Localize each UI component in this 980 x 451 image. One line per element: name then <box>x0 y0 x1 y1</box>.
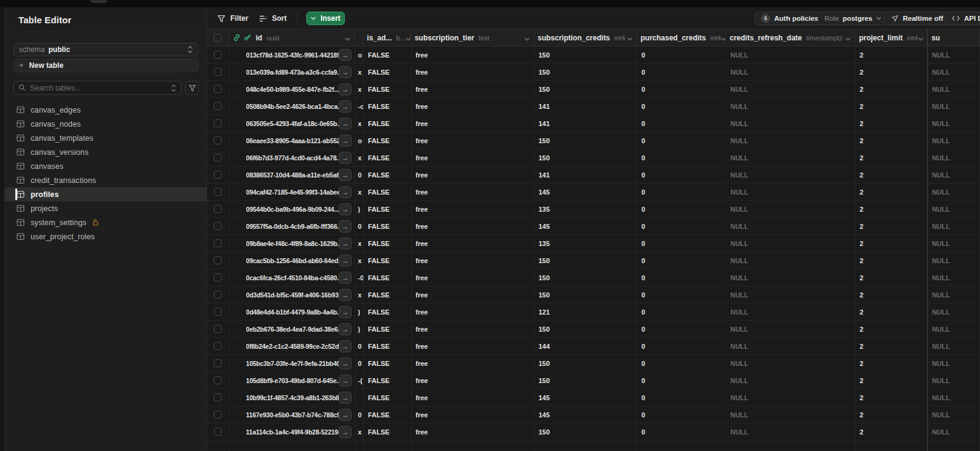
cell-is_admin[interactable]: FALSE <box>364 201 412 217</box>
cell-su[interactable]: NULL <box>928 166 980 183</box>
search-tables-input[interactable]: Search tables... <box>13 81 181 95</box>
cell-refresh[interactable]: NULL <box>726 184 855 200</box>
cell-limit[interactable]: 2 <box>856 64 928 80</box>
expand-row-button[interactable]: → <box>339 409 352 421</box>
cell-purchased[interactable]: 0 <box>637 372 726 389</box>
row-checkbox[interactable] <box>214 256 222 264</box>
cell-purchased[interactable]: 0 <box>637 218 726 234</box>
row-checkbox[interactable] <box>214 205 222 213</box>
cell-clip[interactable] <box>355 441 363 451</box>
cell-credits[interactable]: 150 <box>534 132 637 149</box>
cell-limit[interactable]: 2 <box>856 47 928 63</box>
cell-id[interactable]: 06eaee33-8905-4aaa-b121-ab552...→ <box>230 132 356 149</box>
tables-filter-button[interactable] <box>185 81 199 95</box>
column-header-tier[interactable]: subscription_tiertext <box>411 29 534 46</box>
cell-credits[interactable]: 150 <box>534 286 637 303</box>
cell-is_admin[interactable]: FALSE <box>364 372 412 389</box>
cell-purchased[interactable]: 0 <box>637 269 726 286</box>
expand-row-button[interactable]: → <box>339 100 352 113</box>
row-checkbox[interactable] <box>214 308 222 316</box>
cell-clip[interactable]: x <box>355 286 363 303</box>
cell-clip[interactable]: x <box>355 149 363 166</box>
cell-tier[interactable]: free <box>412 338 535 354</box>
row-checkbox[interactable] <box>214 411 222 419</box>
cell-purchased[interactable]: 0 <box>637 252 726 269</box>
expand-row-button[interactable]: → <box>339 289 352 301</box>
cell-tier[interactable]: free <box>412 132 535 149</box>
cell-credits[interactable]: 150 <box>534 372 637 389</box>
cell-id[interactable]: 105bc3b7-03fe-4e7f-9efa-21bb40...→ <box>230 355 356 371</box>
cell-refresh[interactable]: NULL <box>726 406 855 423</box>
expand-row-button[interactable]: → <box>339 272 352 284</box>
cell-limit[interactable]: 2 <box>856 423 928 440</box>
cell-su[interactable]: NULL <box>928 338 980 354</box>
cell-limit[interactable]: 2 <box>856 338 928 354</box>
cell-tier[interactable]: free <box>412 355 535 371</box>
cell-purchased[interactable]: 0 <box>637 423 726 440</box>
expand-row-button[interactable]: → <box>339 306 352 318</box>
cell-clip[interactable]: 0 <box>355 338 363 354</box>
cell-tier[interactable]: free <box>412 166 535 183</box>
cell-clip[interactable]: -( <box>355 372 363 389</box>
cell-refresh[interactable]: NULL <box>726 338 855 354</box>
cell-su[interactable]: NULL <box>928 98 980 114</box>
cell-id[interactable]: 105d8bf9-e703-49bd-807d-645e...→ <box>230 372 356 389</box>
cell-credits[interactable]: 150 <box>534 81 637 97</box>
cell-tier[interactable]: free <box>412 201 535 217</box>
cell-refresh[interactable]: NULL <box>726 132 855 149</box>
cell-su[interactable]: NULL <box>928 252 980 269</box>
schema-select[interactable]: schema public <box>13 43 198 56</box>
cell-is_admin[interactable] <box>364 441 412 451</box>
cell-is_admin[interactable]: FALSE <box>364 286 412 303</box>
cell-tier[interactable]: free <box>412 149 535 166</box>
expand-row-button[interactable]: → <box>339 186 352 198</box>
cell-id[interactable]: 09b8ae4e-f48c-4f89-8a8c-1629b...→ <box>230 235 356 252</box>
cell-clip[interactable]: x <box>355 252 363 269</box>
cell-purchased[interactable]: 0 <box>637 184 726 200</box>
cell-purchased[interactable]: 0 <box>637 98 726 114</box>
cell-credits[interactable]: 141 <box>534 115 637 132</box>
expand-row-button[interactable]: → <box>339 152 352 164</box>
cell-refresh[interactable]: NULL <box>726 98 855 114</box>
cell-purchased[interactable]: 0 <box>637 64 726 80</box>
sidebar-item-canvas_nodes[interactable]: canvas_nodes <box>5 117 207 131</box>
cell-su[interactable]: NULL <box>928 115 980 132</box>
cell-credits[interactable]: 145 <box>534 218 637 234</box>
row-checkbox[interactable] <box>214 154 222 162</box>
cell-purchased[interactable]: 0 <box>637 115 726 132</box>
cell-tier[interactable]: free <box>412 321 535 337</box>
cell-purchased[interactable]: 0 <box>637 304 726 320</box>
cell-clip[interactable]: x <box>355 235 363 252</box>
cell-credits[interactable]: 150 <box>534 321 637 337</box>
filter-button[interactable]: Filter <box>217 12 248 25</box>
cell-id[interactable]: 1167e930-e5b0-43b7-b74c-788c9...→ <box>230 406 356 423</box>
cell-limit[interactable]: 2 <box>856 184 928 200</box>
cell-limit[interactable]: 2 <box>856 389 928 406</box>
expand-row-button[interactable]: → <box>339 340 352 352</box>
cell-is_admin[interactable]: FALSE <box>364 47 412 63</box>
cell-purchased[interactable]: 0 <box>637 47 726 63</box>
cell-is_admin[interactable]: FALSE <box>364 338 412 354</box>
cell-id[interactable]: 06f6b7d3-977d-4cd0-acd4-4a78...→ <box>230 149 356 166</box>
cell-su[interactable]: NULL <box>928 389 980 406</box>
cell-refresh[interactable]: NULL <box>726 321 855 337</box>
new-table-button[interactable]: + New table <box>13 59 198 72</box>
cell-tier[interactable]: free <box>412 423 535 440</box>
cell-is_admin[interactable]: FALSE <box>364 115 412 132</box>
cell-tier[interactable]: free <box>412 406 535 423</box>
cell-clip[interactable]: o <box>355 132 363 149</box>
row-checkbox[interactable] <box>214 188 222 196</box>
cell-tier[interactable]: free <box>412 47 535 63</box>
cell-id[interactable]: 048c4e50-b989-455e-847e-fb2f...→ <box>230 81 356 97</box>
cell-refresh[interactable]: NULL <box>726 149 855 166</box>
cell-limit[interactable]: 2 <box>856 304 928 320</box>
cell-tier[interactable]: free <box>412 389 535 406</box>
cell-limit[interactable]: 2 <box>856 252 928 269</box>
cell-purchased[interactable]: 0 <box>637 406 726 423</box>
cell-credits[interactable]: 145 <box>534 184 637 200</box>
expand-row-button[interactable]: → <box>339 237 352 250</box>
cell-clip[interactable]: ) <box>355 201 363 217</box>
cell-credits[interactable]: 141 <box>534 98 637 114</box>
cell-purchased[interactable]: 0 <box>637 321 726 337</box>
cell-tier[interactable]: free <box>412 184 535 200</box>
